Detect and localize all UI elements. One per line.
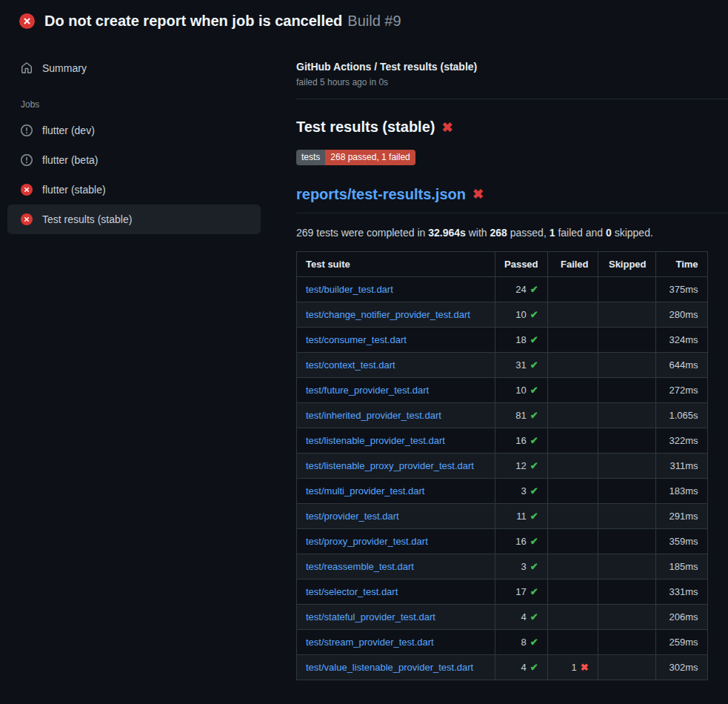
jobs-section-label: Jobs <box>21 99 261 110</box>
sidebar-item-job[interactable]: flutter (beta) <box>7 145 261 175</box>
page-header: Do not create report when job is cancell… <box>0 0 728 40</box>
column-header: Skipped <box>598 251 655 276</box>
table-row: test/proxy_provider_test.dart16✔359ms <box>297 528 708 554</box>
sidebar: Summary Jobs flutter (dev)flutter (beta)… <box>0 40 273 234</box>
skipped-cell <box>598 402 655 428</box>
test-suite-link[interactable]: test/future_provider_test.dart <box>306 385 429 396</box>
test-suite-link[interactable]: test/builder_test.dart <box>306 284 393 295</box>
sidebar-item-job[interactable]: Test results (stable) <box>7 205 261 234</box>
run-status-line: failed 5 hours ago in 0s <box>296 77 728 87</box>
test-suite-link[interactable]: test/selector_test.dart <box>306 586 398 597</box>
time-cell: 272ms <box>655 377 707 402</box>
failed-cell <box>547 503 598 528</box>
check-icon: ✔ <box>530 511 538 522</box>
test-suite-link[interactable]: test/provider_test.dart <box>306 511 399 522</box>
sidebar-item-job[interactable]: flutter (stable) <box>7 175 261 205</box>
section-title: Test results (stable) <box>296 119 435 136</box>
sidebar-item-label: Test results (stable) <box>42 213 132 225</box>
time-cell: 259ms <box>655 629 707 654</box>
page-title: Do not create report when job is cancell… <box>44 13 401 30</box>
passed-cell: 11✔ <box>495 503 548 528</box>
skipped-cell <box>598 554 655 579</box>
check-icon: ✔ <box>530 435 538 446</box>
summary-failed: 1 <box>550 227 555 239</box>
suite-cell: test/selector_test.dart <box>297 579 495 604</box>
tests-badge: tests 268 passed, 1 failed <box>296 150 415 165</box>
build-number: Build #9 <box>347 13 401 29</box>
badge-value: 268 passed, 1 failed <box>325 150 415 165</box>
passed-cell: 3✔ <box>495 554 548 579</box>
table-row: test/stream_provider_test.dart8✔259ms <box>297 629 708 654</box>
x-circle-icon <box>21 184 33 196</box>
time-cell: 359ms <box>655 528 707 554</box>
test-suite-link[interactable]: test/context_test.dart <box>306 359 395 371</box>
test-suite-link[interactable]: test/stateful_provider_test.dart <box>306 611 435 622</box>
test-suite-link[interactable]: test/proxy_provider_test.dart <box>306 536 428 547</box>
jobs-list: flutter (dev)flutter (beta)flutter (stab… <box>7 116 261 234</box>
check-icon: ✔ <box>530 485 538 497</box>
passed-cell: 16✔ <box>495 428 548 453</box>
suite-cell: test/context_test.dart <box>297 352 495 377</box>
table-row: test/selector_test.dart17✔331ms <box>297 579 708 604</box>
failed-cell <box>547 604 598 629</box>
check-icon: ✔ <box>530 536 538 547</box>
failed-cell <box>547 579 598 604</box>
table-row: test/listenable_proxy_provider_test.dart… <box>297 453 708 478</box>
check-icon: ✔ <box>530 662 538 673</box>
breadcrumb: GitHub Actions / Test results (stable) <box>296 61 728 73</box>
column-header: Time <box>655 251 707 276</box>
passed-cell: 18✔ <box>495 327 548 352</box>
table-row: test/provider_test.dart11✔291ms <box>297 503 708 528</box>
skipped-cell <box>598 528 655 554</box>
time-cell: 311ms <box>655 453 707 478</box>
divider <box>296 99 728 99</box>
passed-cell: 24✔ <box>495 276 548 302</box>
alert-circle-icon <box>21 154 33 166</box>
run-title: Do not create report when job is cancell… <box>44 13 342 29</box>
suite-cell: test/value_listenable_provider_test.dart <box>297 654 495 680</box>
report-file-link[interactable]: reports/test-results.json <box>296 186 466 203</box>
test-suite-link[interactable]: test/inherited_provider_test.dart <box>306 410 441 421</box>
sidebar-item-summary[interactable]: Summary <box>7 53 261 83</box>
column-header: Failed <box>547 251 598 276</box>
suite-cell: test/provider_test.dart <box>297 503 495 528</box>
skipped-cell <box>598 428 655 453</box>
test-suite-link[interactable]: test/listenable_proxy_provider_test.dart <box>306 460 474 471</box>
test-suite-link[interactable]: test/consumer_test.dart <box>306 334 407 345</box>
summary-duration: 32.964s <box>428 227 466 239</box>
check-icon: ✔ <box>530 309 538 320</box>
time-cell: 185ms <box>655 554 707 579</box>
time-cell: 280ms <box>655 302 707 327</box>
table-row: test/inherited_provider_test.dart81✔1.06… <box>297 402 708 428</box>
suite-cell: test/future_provider_test.dart <box>297 377 495 402</box>
suite-cell: test/stream_provider_test.dart <box>297 629 495 654</box>
test-suite-link[interactable]: test/change_notifier_provider_test.dart <box>306 309 470 320</box>
time-cell: 291ms <box>655 503 707 528</box>
sidebar-item-label: flutter (dev) <box>42 124 95 136</box>
test-suite-link[interactable]: test/reassemble_test.dart <box>306 561 414 572</box>
column-header: Passed <box>495 251 548 276</box>
failed-cell <box>547 528 598 554</box>
suite-cell: test/inherited_provider_test.dart <box>297 402 495 428</box>
skipped-cell <box>598 453 655 478</box>
table-row: test/multi_provider_test.dart3✔183ms <box>297 478 708 503</box>
test-suite-link[interactable]: test/stream_provider_test.dart <box>306 637 434 648</box>
suite-cell: test/consumer_test.dart <box>297 327 495 352</box>
time-cell: 322ms <box>655 428 707 453</box>
table-row: test/builder_test.dart24✔375ms <box>297 276 708 302</box>
table-header-row: Test suitePassedFailedSkippedTime <box>297 251 708 276</box>
failed-cell <box>547 428 598 453</box>
table-row: test/future_provider_test.dart10✔272ms <box>297 377 708 402</box>
passed-cell: 4✔ <box>495 654 548 680</box>
time-cell: 1.065s <box>655 402 707 428</box>
check-icon: ✔ <box>530 586 538 597</box>
skipped-cell <box>598 604 655 629</box>
skipped-cell <box>598 579 655 604</box>
failed-cell: 1✖ <box>547 654 598 680</box>
test-suite-link[interactable]: test/listenable_provider_test.dart <box>306 435 445 446</box>
test-suite-link[interactable]: test/multi_provider_test.dart <box>306 485 424 497</box>
passed-cell: 12✔ <box>495 453 548 478</box>
test-suite-link[interactable]: test/value_listenable_provider_test.dart <box>306 662 473 673</box>
sidebar-item-job[interactable]: flutter (dev) <box>7 116 261 145</box>
table-row: test/reassemble_test.dart3✔185ms <box>297 554 708 579</box>
